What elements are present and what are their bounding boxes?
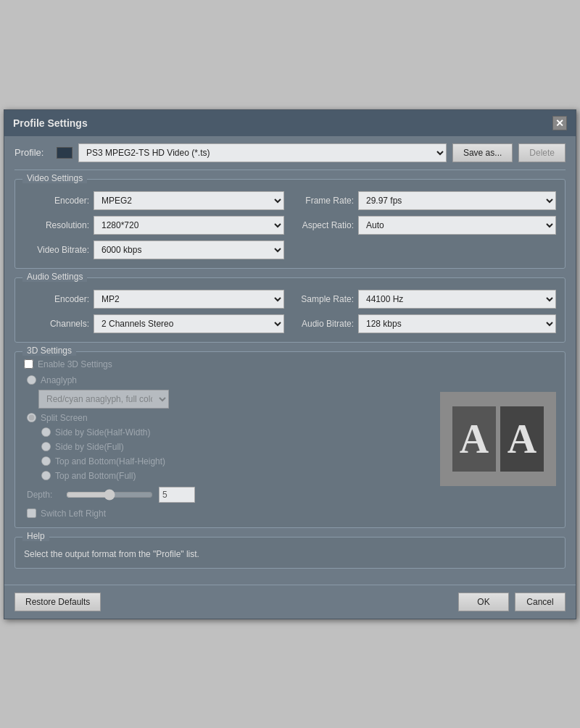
- tb-half-row: Top and Bottom(Half-Height): [24, 456, 433, 466]
- aspect-ratio-label: Aspect Ratio:: [296, 220, 354, 230]
- ok-button[interactable]: OK: [458, 593, 509, 611]
- audio-encoder-label: Encoder:: [24, 294, 89, 304]
- audio-settings-section: Audio Settings Encoder: MP2 Channels:: [14, 277, 566, 343]
- resolution-row: Resolution: 1280*720: [24, 216, 284, 235]
- switch-lr-label[interactable]: Switch Left Right: [41, 509, 106, 519]
- video-settings-section: Video Settings Encoder: MPEG2 Resolution…: [14, 179, 566, 269]
- resolution-dropdown-wrap: 1280*720: [94, 216, 284, 235]
- anaglyph-radio[interactable]: [27, 375, 36, 385]
- depth-label: Depth:: [27, 490, 60, 500]
- video-bitrate-row: Video Bitrate: 6000 kbps: [24, 240, 284, 259]
- video-bitrate-dropdown-wrap: 6000 kbps: [94, 240, 284, 259]
- profile-label: Profile:: [14, 147, 51, 158]
- anaglyph-row: Anaglyph: [24, 375, 433, 385]
- restore-defaults-button[interactable]: Restore Defaults: [14, 593, 101, 611]
- video-bitrate-select[interactable]: 6000 kbps: [94, 240, 284, 259]
- audio-encoder-select[interactable]: MP2: [94, 290, 284, 309]
- enable-3d-checkbox[interactable]: [24, 359, 33, 369]
- depth-slider[interactable]: [66, 489, 153, 501]
- footer-right: OK Cancel: [458, 593, 566, 611]
- sbs-full-radio[interactable]: [41, 442, 51, 451]
- encoder-label: Encoder:: [24, 196, 89, 206]
- tb-half-radio[interactable]: [41, 456, 51, 466]
- 3d-settings-title: 3D Settings: [22, 346, 76, 356]
- audio-encoder-dropdown-wrap: MP2: [94, 290, 284, 309]
- sbs-half-radio[interactable]: [41, 427, 51, 437]
- enable-3d-label[interactable]: Enable 3D Settings: [38, 359, 112, 369]
- dialog-body: Profile: PS3 MPEG2-TS HD Video (*.ts) Sa…: [4, 136, 576, 585]
- enable-3d-row: Enable 3D Settings: [24, 359, 433, 369]
- profile-row: Profile: PS3 MPEG2-TS HD Video (*.ts) Sa…: [14, 143, 566, 170]
- switch-lr-checkbox[interactable]: [27, 509, 36, 518]
- channels-label: Channels:: [24, 319, 89, 329]
- profile-select-wrap: PS3 MPEG2-TS HD Video (*.ts): [78, 143, 447, 162]
- resolution-select[interactable]: 1280*720: [94, 216, 284, 235]
- switch-lr-row: Switch Left Right: [24, 509, 433, 519]
- 3d-preview-box: A A: [440, 392, 556, 486]
- audio-right-col: Sample Rate: 44100 Hz Audio Bitrate: 128…: [296, 290, 556, 333]
- dialog-footer: Restore Defaults OK Cancel: [4, 585, 576, 619]
- channels-row: Channels: 2 Channels Stereo: [24, 314, 284, 333]
- tb-full-label[interactable]: Top and Bottom(Full): [55, 471, 136, 481]
- video-right-col: Frame Rate: 29.97 fps Aspect Ratio: Auto: [296, 191, 556, 259]
- depth-spinner[interactable]: [159, 487, 195, 503]
- split-screen-radio[interactable]: [27, 413, 36, 422]
- channels-select[interactable]: 2 Channels Stereo: [94, 314, 284, 333]
- encoder-select[interactable]: MPEG2: [94, 191, 284, 210]
- help-section: Help Select the output format from the "…: [14, 537, 566, 569]
- anaglyph-select-wrap: Red/cyan anaglyph, full color: [38, 390, 433, 409]
- 3d-preview-area: A A: [440, 359, 556, 519]
- title-bar: Profile Settings ✕: [4, 110, 576, 136]
- video-settings-title: Video Settings: [22, 173, 87, 183]
- 3d-left: Enable 3D Settings Anaglyph Red/cyan ana…: [24, 359, 433, 519]
- sbs-half-row: Side by Side(Half-Width): [24, 427, 433, 438]
- preview-a-right: A: [500, 406, 544, 472]
- help-text: Select the output format from the "Profi…: [24, 549, 556, 559]
- encoder-dropdown-wrap: MPEG2: [94, 191, 284, 210]
- depth-row: Depth:: [24, 487, 433, 503]
- audio-encoder-row: Encoder: MP2: [24, 290, 284, 309]
- audio-bitrate-label: Audio Bitrate:: [296, 319, 354, 329]
- encoder-row: Encoder: MPEG2: [24, 191, 284, 210]
- close-button[interactable]: ✕: [552, 116, 567, 130]
- audio-bitrate-select[interactable]: 128 kbps: [358, 314, 556, 333]
- profile-settings-dialog: Profile Settings ✕ Profile: PS3 MPEG2-TS…: [4, 109, 576, 619]
- frame-rate-row: Frame Rate: 29.97 fps: [296, 191, 556, 210]
- resolution-label: Resolution:: [24, 220, 89, 230]
- 3d-main: Enable 3D Settings Anaglyph Red/cyan ana…: [24, 359, 556, 519]
- split-screen-row: Split Screen: [24, 413, 433, 423]
- audio-settings-grid: Encoder: MP2 Channels: 2 Channels Stereo: [24, 290, 556, 333]
- preview-a-left: A: [452, 406, 496, 472]
- frame-rate-dropdown-wrap: 29.97 fps: [358, 191, 556, 210]
- 3d-settings-section: 3D Settings Enable 3D Settings Anaglyph: [14, 351, 566, 528]
- profile-icon: [57, 147, 72, 159]
- delete-button[interactable]: Delete: [518, 143, 566, 162]
- audio-left-col: Encoder: MP2 Channels: 2 Channels Stereo: [24, 290, 284, 333]
- preview-aa: A A: [452, 406, 544, 472]
- tb-half-label[interactable]: Top and Bottom(Half-Height): [55, 456, 165, 466]
- sbs-full-row: Side by Side(Full): [24, 442, 433, 452]
- aspect-ratio-select[interactable]: Auto: [358, 216, 556, 235]
- audio-bitrate-row: Audio Bitrate: 128 kbps: [296, 314, 556, 333]
- sbs-half-label[interactable]: Side by Side(Half-Width): [55, 427, 150, 438]
- sample-rate-row: Sample Rate: 44100 Hz: [296, 290, 556, 309]
- channels-dropdown-wrap: 2 Channels Stereo: [94, 314, 284, 333]
- sbs-full-label[interactable]: Side by Side(Full): [55, 442, 124, 452]
- video-bitrate-label: Video Bitrate:: [24, 245, 89, 255]
- sample-rate-dropdown-wrap: 44100 Hz: [358, 290, 556, 309]
- anaglyph-select[interactable]: Red/cyan anaglyph, full color: [38, 390, 169, 409]
- profile-select[interactable]: PS3 MPEG2-TS HD Video (*.ts): [78, 143, 447, 162]
- tb-full-radio[interactable]: [41, 471, 51, 480]
- frame-rate-select[interactable]: 29.97 fps: [358, 191, 556, 210]
- save-as-button[interactable]: Save as...: [452, 143, 513, 162]
- aspect-ratio-dropdown-wrap: Auto: [358, 216, 556, 235]
- dialog-title: Profile Settings: [13, 117, 88, 129]
- video-settings-grid: Encoder: MPEG2 Resolution: 1280*720: [24, 191, 556, 259]
- cancel-button[interactable]: Cancel: [515, 593, 566, 611]
- audio-bitrate-dropdown-wrap: 128 kbps: [358, 314, 556, 333]
- sample-rate-select[interactable]: 44100 Hz: [358, 290, 556, 309]
- video-left-col: Encoder: MPEG2 Resolution: 1280*720: [24, 191, 284, 259]
- anaglyph-label[interactable]: Anaglyph: [41, 375, 77, 385]
- audio-settings-title: Audio Settings: [22, 272, 87, 282]
- split-screen-label[interactable]: Split Screen: [41, 413, 88, 423]
